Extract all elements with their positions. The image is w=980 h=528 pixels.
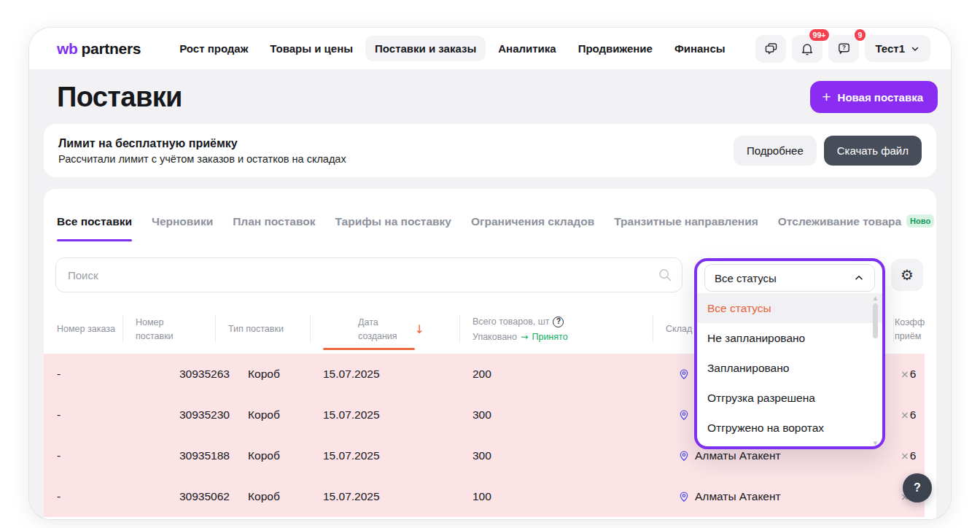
new-supply-button[interactable]: + Новая поставка: [810, 81, 938, 113]
notifications-badge: 99+: [809, 29, 830, 42]
svg-text:?: ?: [842, 44, 846, 51]
dropdown-scrollbar[interactable]: ▲ ▼: [872, 296, 879, 446]
cell-coefficient: ×6: [893, 368, 925, 381]
gear-icon: ⚙: [901, 266, 914, 284]
cell-supply-type: Короб: [215, 368, 310, 381]
chevron-down-icon: [910, 44, 920, 54]
topbar-actions: 99+ ? 9 Тест1: [755, 35, 930, 63]
cell-total: 300: [459, 408, 653, 422]
scrollbar-thumb[interactable]: [873, 303, 878, 338]
info-tooltip-icon[interactable]: ?: [553, 317, 564, 327]
status-option-not-planned[interactable]: Не запланировано: [697, 323, 882, 353]
status-option-all[interactable]: Все статусы: [697, 293, 882, 323]
column-creation-date-sort[interactable]: Дата создания ↓: [310, 308, 459, 350]
new-feature-badge: Ново: [906, 214, 934, 228]
support-badge: 9: [855, 29, 866, 42]
cell-order: -: [44, 408, 122, 422]
account-menu[interactable]: Тест1: [865, 35, 930, 62]
search-input[interactable]: [55, 257, 682, 292]
plus-icon: +: [822, 89, 831, 104]
tab-supply-tariffs[interactable]: Тарифы на поставку: [335, 214, 451, 241]
download-file-button[interactable]: Скачать файл: [824, 136, 922, 166]
scroll-down-icon[interactable]: ▼: [874, 441, 877, 446]
nav-item-supplies-orders[interactable]: Поставки и заказы: [365, 36, 486, 61]
topbar: wb partners Рост продаж Товары и цены По…: [29, 28, 951, 69]
status-option-acceptance-in-progress[interactable]: Идёт приёмка: [697, 443, 882, 449]
cell-order: -: [44, 490, 122, 503]
cell-supply-number: 30935062: [122, 490, 215, 503]
search-icon: [657, 267, 673, 283]
help-fab-button[interactable]: ?: [903, 473, 932, 502]
column-supply-type: Тип поставки: [215, 308, 310, 350]
status-option-planned[interactable]: Запланировано: [697, 353, 882, 383]
chat-button[interactable]: [755, 35, 786, 63]
cell-date: 15.07.2025: [310, 490, 459, 503]
account-name: Тест1: [875, 42, 905, 55]
cell-warehouse: Алматы Атакент: [653, 490, 893, 503]
status-options-list: Все статусы Не запланировано Запланирова…: [697, 293, 882, 449]
arrow-right-icon: →: [521, 330, 528, 343]
column-total-goods: Всего товаров, шт ? Упаковано → Принято: [459, 308, 653, 350]
status-select-value: Все статусы: [715, 272, 777, 284]
new-supply-label: Новая поставка: [838, 91, 923, 104]
column-order-number: Номер заказа: [44, 308, 122, 350]
status-select[interactable]: Все статусы: [704, 264, 875, 292]
chevron-up-icon: [853, 272, 865, 284]
tab-transit-directions[interactable]: Транзитные направления: [614, 214, 758, 241]
cell-supply-type: Короб: [215, 490, 310, 503]
status-filter-dropdown: Все статусы Все статусы Не запланировано…: [694, 258, 885, 449]
cell-supply-number: 30935230: [122, 408, 215, 422]
nav-item-promotion[interactable]: Продвижение: [569, 36, 662, 61]
search-box: [55, 257, 682, 292]
nav-item-goods-prices[interactable]: Товары и цены: [260, 36, 362, 61]
tab-supply-plan[interactable]: План поставок: [233, 214, 315, 241]
sort-desc-icon: ↓: [415, 321, 424, 338]
limit-banner-subtitle: Рассчитали лимит с учётом заказов и оста…: [58, 153, 346, 165]
cell-date: 15.07.2025: [310, 368, 459, 381]
logo-partners: partners: [82, 40, 141, 58]
bell-icon: [800, 42, 814, 56]
tab-drafts[interactable]: Черновики: [152, 214, 213, 241]
cell-supply-type: Короб: [215, 449, 310, 462]
nav-item-analytics[interactable]: Аналитика: [489, 36, 565, 61]
status-option-shipping-allowed[interactable]: Отгрузка разрешена: [697, 383, 882, 413]
details-button[interactable]: Подробнее: [734, 136, 817, 166]
scroll-up-icon[interactable]: ▲: [874, 296, 877, 301]
tab-all-supplies[interactable]: Все поставки: [57, 214, 132, 241]
app-frame: wb partners Рост продаж Товары и цены По…: [29, 28, 951, 519]
limit-banner-actions: Подробнее Скачать файл: [734, 136, 922, 166]
table-settings-button[interactable]: ⚙: [891, 259, 923, 291]
free-acceptance-limit-banner: Лимит на бесплатную приёмку Рассчитали л…: [44, 124, 936, 177]
map-pin-icon: [678, 450, 690, 462]
logo-wb: wb: [57, 40, 78, 58]
map-pin-icon: [678, 368, 690, 380]
cell-supply-number: 30935188: [122, 449, 215, 462]
cell-coefficient: ×6: [893, 449, 925, 462]
cell-total: 100: [459, 490, 653, 503]
support-button[interactable]: ? 9: [828, 35, 859, 63]
nav-item-sales-growth[interactable]: Рост продаж: [170, 36, 257, 61]
cell-order: -: [44, 449, 122, 462]
status-option-shipped-at-gates[interactable]: Отгружено на воротах: [697, 413, 882, 443]
tab-warehouse-restrictions[interactable]: Ограничения складов: [471, 214, 594, 241]
cell-total: 200: [459, 368, 653, 381]
page-head: Поставки + Новая поставка: [29, 69, 951, 119]
table-row[interactable]: - 30935062 Короб 15.07.2025 100 Алматы А…: [44, 476, 925, 517]
page-title: Поставки: [57, 82, 182, 113]
notifications-button[interactable]: 99+: [792, 35, 822, 63]
wb-partners-logo[interactable]: wb partners: [57, 40, 141, 58]
tab-goods-tracking[interactable]: Отслеживание товараНово: [778, 214, 934, 242]
cell-warehouse: Алматы Атакент: [653, 449, 893, 462]
column-acceptance-coefficient: Коэффприём: [893, 308, 936, 350]
nav-item-finances[interactable]: Финансы: [665, 36, 735, 61]
cell-supply-number: 30935263: [122, 368, 215, 381]
cell-supply-type: Короб: [215, 408, 310, 422]
cell-order: -: [44, 368, 122, 381]
cell-coefficient: ×6: [893, 408, 925, 422]
column-supply-number: Номерпоставки: [122, 308, 215, 350]
cell-total: 300: [459, 449, 653, 462]
cell-date: 15.07.2025: [310, 408, 459, 422]
chat-icon: [763, 42, 779, 56]
main-nav: Рост продаж Товары и цены Поставки и зак…: [170, 36, 734, 61]
supplies-tabs: Все поставки Черновики План поставок Тар…: [44, 189, 936, 242]
